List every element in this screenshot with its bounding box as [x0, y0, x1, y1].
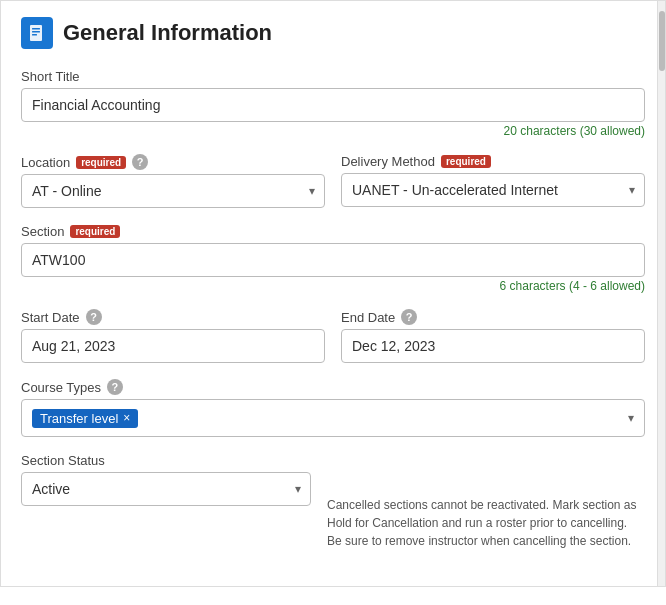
section-status-field: Section Status Active Hold for Cancellat…	[21, 453, 645, 550]
end-date-input[interactable]	[341, 329, 645, 363]
location-select[interactable]: AT - Online On Campus Hybrid	[21, 174, 325, 208]
start-date-input[interactable]	[21, 329, 325, 363]
start-date-help-icon[interactable]: ?	[86, 309, 102, 325]
transfer-level-tag-label: Transfer level	[40, 411, 118, 426]
section-status-note: Cancelled sections cannot be reactivated…	[327, 472, 645, 550]
course-types-help-icon[interactable]: ?	[107, 379, 123, 395]
short-title-label: Short Title	[21, 69, 645, 84]
section-status-select-container: Active Hold for Cancellation Cancelled ▾	[21, 472, 311, 506]
location-required-badge: required	[76, 156, 126, 169]
delivery-method-required-badge: required	[441, 155, 491, 168]
delivery-method-select-wrapper: UANET - Un-accelerated Internet In Perso…	[341, 173, 645, 207]
svg-rect-1	[32, 28, 40, 30]
section-input[interactable]	[21, 243, 645, 277]
scrollbar-thumb	[659, 11, 665, 71]
section-char-count: 6 characters (4 - 6 allowed)	[21, 279, 645, 293]
location-field: Location required ? AT - Online On Campu…	[21, 154, 325, 208]
general-information-form: General Information Short Title 20 chara…	[0, 0, 666, 587]
end-date-help-icon[interactable]: ?	[401, 309, 417, 325]
delivery-method-field: Delivery Method required UANET - Un-acce…	[341, 154, 645, 208]
section-label: Section required	[21, 224, 645, 239]
svg-rect-2	[32, 31, 40, 33]
svg-rect-3	[32, 34, 37, 36]
section-status-select[interactable]: Active Hold for Cancellation Cancelled	[21, 472, 311, 506]
page-title: General Information	[63, 20, 272, 46]
form-header: General Information	[21, 17, 645, 49]
delivery-method-label: Delivery Method required	[341, 154, 645, 169]
short-title-input[interactable]	[21, 88, 645, 122]
section-required-badge: required	[70, 225, 120, 238]
scrollbar[interactable]	[657, 1, 665, 586]
location-help-icon[interactable]: ?	[132, 154, 148, 170]
section-status-row: Active Hold for Cancellation Cancelled ▾…	[21, 472, 645, 550]
transfer-level-tag: Transfer level ×	[32, 409, 138, 428]
short-title-char-count: 20 characters (30 allowed)	[21, 124, 645, 138]
course-types-dropdown-arrow: ▾	[628, 411, 634, 425]
end-date-field: End Date ?	[341, 309, 645, 363]
end-date-label: End Date ?	[341, 309, 645, 325]
location-select-wrapper: AT - Online On Campus Hybrid ▾	[21, 174, 325, 208]
section-status-label: Section Status	[21, 453, 645, 468]
dates-row: Start Date ? End Date ?	[21, 309, 645, 379]
course-types-label: Course Types ?	[21, 379, 645, 395]
start-date-label: Start Date ?	[21, 309, 325, 325]
short-title-field: Short Title 20 characters (30 allowed)	[21, 69, 645, 138]
transfer-level-tag-remove[interactable]: ×	[123, 412, 130, 424]
course-types-input[interactable]: Transfer level × ▾	[21, 399, 645, 437]
section-field: Section required 6 characters (4 - 6 all…	[21, 224, 645, 293]
delivery-method-select[interactable]: UANET - Un-accelerated Internet In Perso…	[341, 173, 645, 207]
document-icon	[21, 17, 53, 49]
start-date-field: Start Date ?	[21, 309, 325, 363]
location-label: Location required ?	[21, 154, 325, 170]
location-delivery-row: Location required ? AT - Online On Campu…	[21, 154, 645, 224]
course-types-field: Course Types ? Transfer level × ▾	[21, 379, 645, 437]
svg-rect-0	[30, 25, 42, 41]
section-status-select-wrapper: Active Hold for Cancellation Cancelled ▾	[21, 472, 311, 506]
